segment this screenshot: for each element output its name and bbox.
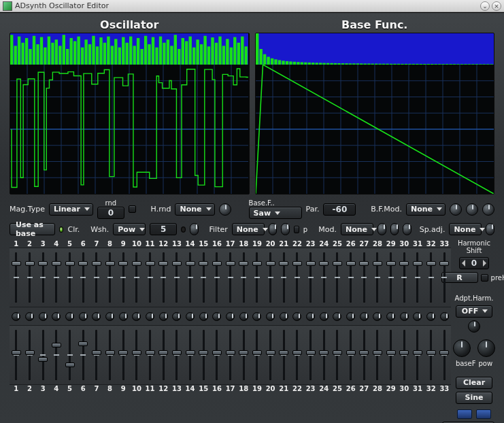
harmonic-detune-knob[interactable] xyxy=(199,312,208,321)
hrnd-knob[interactable] xyxy=(219,203,231,216)
p-checkbox[interactable] xyxy=(294,226,299,233)
harmonic-phase-slider[interactable] xyxy=(170,326,184,384)
adpt-harm-select[interactable]: OFF xyxy=(456,305,492,318)
harmonic-detune-knob[interactable] xyxy=(252,312,261,321)
basef-select[interactable]: Saw xyxy=(249,207,302,219)
basef-knob[interactable] xyxy=(453,339,471,357)
harmonic-amp-slider[interactable] xyxy=(156,248,170,307)
harmonic-amp-slider[interactable] xyxy=(357,248,371,307)
wsh-knob[interactable] xyxy=(190,223,199,235)
harmonic-phase-slider[interactable] xyxy=(264,326,278,384)
harmonic-detune-knob[interactable] xyxy=(52,312,61,321)
bfmod-select[interactable]: None xyxy=(406,203,446,216)
harmonic-phase-slider[interactable] xyxy=(63,326,77,384)
harmonic-amp-slider[interactable] xyxy=(250,248,264,307)
harmonic-phase-slider[interactable] xyxy=(50,326,63,384)
magtype-select[interactable]: Linear xyxy=(49,203,93,216)
rnd-spinner[interactable]: 0 xyxy=(97,207,124,219)
harmonic-detune-knob[interactable] xyxy=(426,312,435,321)
harmonic-phase-slider[interactable] xyxy=(384,326,398,384)
harmonic-detune-knob[interactable] xyxy=(306,312,315,321)
harmonic-phase-slider[interactable] xyxy=(224,326,237,384)
bfmod-knob-1[interactable] xyxy=(450,203,462,216)
harmonic-phase-slider[interactable] xyxy=(438,326,452,384)
harmonic-phase-slider[interactable] xyxy=(237,326,250,384)
harmonic-detune-knob[interactable] xyxy=(12,312,20,321)
harmonic-amp-slider[interactable] xyxy=(344,248,358,307)
harmonic-phase-slider[interactable] xyxy=(197,326,210,384)
harmonic-detune-knob[interactable] xyxy=(346,312,355,321)
harmonic-phase-slider[interactable] xyxy=(103,326,117,384)
filter-knob-2[interactable] xyxy=(281,223,290,235)
harmonic-detune-knob[interactable] xyxy=(25,312,34,321)
arrow-left-icon[interactable] xyxy=(462,260,465,267)
harmonic-amp-slider[interactable] xyxy=(144,248,157,307)
harmonic-detune-knob[interactable] xyxy=(186,312,195,321)
mod-select[interactable]: None xyxy=(341,223,373,235)
close-window-icon[interactable]: × xyxy=(492,1,501,11)
wsh-spinner[interactable]: 5 xyxy=(150,223,177,235)
paste-button[interactable] xyxy=(476,409,491,419)
use-as-base-button[interactable]: Use as base xyxy=(10,223,55,235)
harmonic-phase-slider[interactable] xyxy=(156,326,170,384)
harmonic-phase-slider[interactable] xyxy=(23,326,37,384)
harmonic-phase-slider[interactable] xyxy=(210,326,224,384)
harmonic-detune-knob[interactable] xyxy=(320,312,329,321)
harmonic-phase-slider[interactable] xyxy=(331,326,344,384)
harmonic-detune-knob[interactable] xyxy=(440,312,449,321)
preh-checkbox[interactable] xyxy=(481,274,488,282)
pow-knob[interactable] xyxy=(477,339,495,357)
arrow-right-icon[interactable] xyxy=(483,260,486,267)
harmonic-detune-knob[interactable] xyxy=(333,312,341,321)
harmonic-amp-slider[interactable] xyxy=(130,248,144,307)
clear-button[interactable]: Clear xyxy=(456,377,492,389)
mod-knob-1[interactable] xyxy=(377,223,386,235)
clr-label[interactable]: Clr. xyxy=(67,225,80,234)
spadj-select[interactable]: None xyxy=(449,223,482,235)
harmonic-detune-knob[interactable] xyxy=(146,312,154,321)
harmonic-amp-slider[interactable] xyxy=(304,248,318,307)
harmonic-detune-knob[interactable] xyxy=(239,312,248,321)
harmonic-detune-knob[interactable] xyxy=(92,312,101,321)
harmonic-amp-slider[interactable] xyxy=(264,248,278,307)
harmonic-amp-slider[interactable] xyxy=(116,248,130,307)
rnd-checkbox[interactable] xyxy=(129,205,136,213)
bfmod-knob-2[interactable] xyxy=(466,203,478,216)
harmonic-amp-slider[interactable] xyxy=(237,248,250,307)
harmonic-detune-knob[interactable] xyxy=(280,312,288,321)
harmonic-phase-slider[interactable] xyxy=(76,326,90,384)
mod-knob-3[interactable] xyxy=(403,223,411,235)
harmonic-detune-knob[interactable] xyxy=(212,312,221,321)
wsh-select[interactable]: Pow xyxy=(113,223,146,235)
bfmod-knob-3[interactable] xyxy=(482,203,494,216)
harmonic-phase-slider[interactable] xyxy=(36,326,50,384)
harmonic-amp-slider[interactable] xyxy=(277,248,290,307)
harmonic-phase-slider[interactable] xyxy=(344,326,358,384)
harmonic-amp-slider[interactable] xyxy=(290,248,304,307)
harmonic-amp-slider[interactable] xyxy=(90,248,103,307)
harmonic-amp-slider[interactable] xyxy=(371,248,384,307)
harmonic-amp-slider[interactable] xyxy=(184,248,197,307)
filter-knob-1[interactable] xyxy=(269,223,278,235)
harmonic-detune-knob[interactable] xyxy=(226,312,235,321)
harmonic-amp-slider[interactable] xyxy=(103,248,117,307)
harmonic-detune-knob[interactable] xyxy=(159,312,168,321)
harmonic-detune-knob[interactable] xyxy=(413,312,422,321)
harmonic-detune-knob[interactable] xyxy=(292,312,301,321)
harmonic-phase-slider[interactable] xyxy=(290,326,304,384)
filter-select[interactable]: None xyxy=(232,223,265,235)
harmonic-amp-slider[interactable] xyxy=(197,248,210,307)
harmonic-phase-slider[interactable] xyxy=(424,326,438,384)
harmonic-amp-slider[interactable] xyxy=(36,248,50,307)
harmonic-phase-slider[interactable] xyxy=(397,326,411,384)
harmonic-amp-slider[interactable] xyxy=(411,248,424,307)
harmonic-phase-slider[interactable] xyxy=(116,326,130,384)
harmonic-phase-slider[interactable] xyxy=(304,326,318,384)
spadj-knob[interactable] xyxy=(486,223,494,235)
harmonic-detune-knob[interactable] xyxy=(39,312,48,321)
harmonic-detune-knob[interactable] xyxy=(386,312,395,321)
harmonic-amp-slider[interactable] xyxy=(331,248,344,307)
sine-button[interactable]: Sine xyxy=(456,392,492,404)
harmonic-phase-slider[interactable] xyxy=(371,326,384,384)
harmonic-detune-knob[interactable] xyxy=(266,312,275,321)
